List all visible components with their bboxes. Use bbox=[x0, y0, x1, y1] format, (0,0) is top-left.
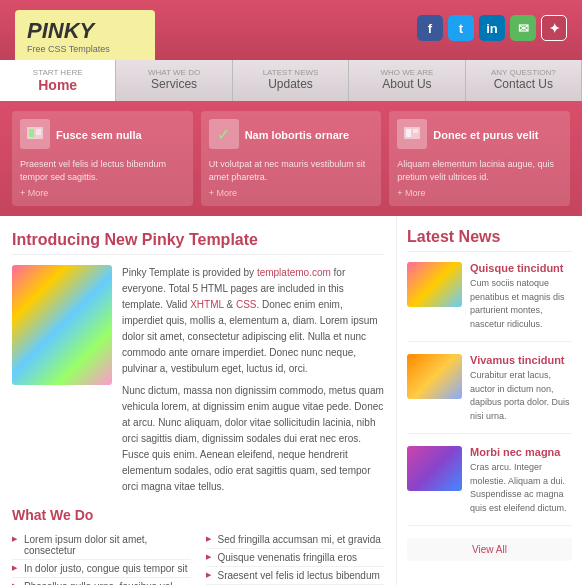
css-link[interactable]: CSS bbox=[236, 299, 257, 310]
news-thumb-1 bbox=[407, 262, 462, 307]
nav-services-small: WHAT WE DO bbox=[130, 68, 217, 77]
feature-title-3: Donec et purus velit bbox=[433, 129, 538, 141]
features-section: Fusce sem nulla Praesent vel felis id le… bbox=[0, 101, 582, 216]
view-all-button[interactable]: View All bbox=[407, 538, 572, 561]
whatwedo-item-6: Sraesent vel felis id lectus bibendum bbox=[206, 567, 385, 585]
svg-rect-1 bbox=[29, 129, 34, 137]
feature-desc-3: Aliquam elementum lacinia augue, quis pr… bbox=[397, 158, 562, 183]
whatwedo-item-2: In dolor justo, congue quis tempor sit bbox=[12, 560, 191, 578]
nav-about[interactable]: WHO WE ARE About Us bbox=[349, 60, 465, 101]
navigation: START HERE Home WHAT WE DO Services LATE… bbox=[0, 60, 582, 101]
news-title: Latest News bbox=[407, 228, 572, 252]
news-desc-2: Curabitur erat lacus, auctor in dictum n… bbox=[470, 369, 572, 423]
feature-icon-2: ✓ bbox=[209, 119, 239, 149]
nav-updates-main: Updates bbox=[247, 77, 334, 91]
linkedin-icon[interactable]: in bbox=[479, 15, 505, 41]
logo-sub: Free CSS Templates bbox=[27, 44, 143, 54]
news-content-3: Morbi nec magna Cras arcu. Integer moles… bbox=[470, 446, 572, 515]
content-right: Latest News Quisque tincidunt Cum sociis… bbox=[397, 216, 582, 585]
news-desc-1: Cum sociis natoque penatibus et magnis d… bbox=[470, 277, 572, 331]
feature-box-1: Fusce sem nulla Praesent vel felis id le… bbox=[12, 111, 193, 206]
rss-icon[interactable]: ✦ bbox=[541, 15, 567, 41]
news-title-2[interactable]: Vivamus tincidunt bbox=[470, 354, 572, 366]
news-content-2: Vivamus tincidunt Curabitur erat lacus, … bbox=[470, 354, 572, 423]
nav-contact-small: ANY QUESTION? bbox=[480, 68, 567, 77]
logo-text: PINKY bbox=[27, 18, 143, 44]
news-item-2: Vivamus tincidunt Curabitur erat lacus, … bbox=[407, 354, 572, 434]
nav-about-small: WHO WE ARE bbox=[363, 68, 450, 77]
nav-home-main: Home bbox=[14, 77, 101, 93]
feature-icon-1 bbox=[20, 119, 50, 149]
logo-area: PINKY Free CSS Templates bbox=[15, 10, 155, 60]
news-thumb-2 bbox=[407, 354, 462, 399]
whatwedo-cols: Lorem ipsum dolor sit amet, consectetur … bbox=[12, 531, 384, 585]
content-left: Introducing New Pinky Template Pinky Tem… bbox=[0, 216, 397, 585]
feature-desc-1: Praesent vel felis id lectus bibendum te… bbox=[20, 158, 185, 183]
nav-home[interactable]: START HERE Home bbox=[0, 60, 116, 101]
feature-more-2[interactable]: + More bbox=[209, 188, 374, 198]
nav-contact-main: Contact Us bbox=[480, 77, 567, 91]
nav-updates[interactable]: LATEST NEWS Updates bbox=[233, 60, 349, 101]
templatemo-link[interactable]: templatemo.com bbox=[257, 267, 331, 278]
whatwedo-col-1: Lorem ipsum dolor sit amet, consectetur … bbox=[12, 531, 191, 585]
facebook-icon[interactable]: f bbox=[417, 15, 443, 41]
feature-desc-2: Ut volutpat at nec mauris vestibulum sit… bbox=[209, 158, 374, 183]
intro-text: Pinky Template is provided by templatemo… bbox=[122, 265, 384, 495]
whatwedo-item-5: Quisque venenatis fringilla eros bbox=[206, 549, 385, 567]
nav-services[interactable]: WHAT WE DO Services bbox=[116, 60, 232, 101]
nav-services-main: Services bbox=[130, 77, 217, 91]
nav-contact[interactable]: ANY QUESTION? Contact Us bbox=[466, 60, 582, 101]
twitter-icon[interactable]: t bbox=[448, 15, 474, 41]
header: PINKY Free CSS Templates f t in ✉ ✦ bbox=[0, 0, 582, 60]
xhtml-link[interactable]: XHTML bbox=[190, 299, 224, 310]
svg-rect-6 bbox=[406, 129, 411, 137]
news-content-1: Quisque tincidunt Cum sociis natoque pen… bbox=[470, 262, 572, 331]
news-thumb-3 bbox=[407, 446, 462, 491]
nav-updates-small: LATEST NEWS bbox=[247, 68, 334, 77]
feature-title-2: Nam lobortis ornare bbox=[245, 129, 350, 141]
feature-icon-3 bbox=[397, 119, 427, 149]
news-title-1[interactable]: Quisque tincidunt bbox=[470, 262, 572, 274]
intro-area: Pinky Template is provided by templatemo… bbox=[12, 265, 384, 495]
feature-more-3[interactable]: + More bbox=[397, 188, 562, 198]
news-desc-3: Cras arcu. Integer molestie. Aliquam a d… bbox=[470, 461, 572, 515]
news-item-3: Morbi nec magna Cras arcu. Integer moles… bbox=[407, 446, 572, 526]
main-content: Introducing New Pinky Template Pinky Tem… bbox=[0, 216, 582, 585]
feature-title-1: Fusce sem nulla bbox=[56, 129, 142, 141]
intro-title: Introducing New Pinky Template bbox=[12, 231, 384, 255]
nav-home-small: START HERE bbox=[14, 68, 101, 77]
intro-image bbox=[12, 265, 112, 385]
whatwedo-col-2: Sed fringilla accumsan mi, et gravida Qu… bbox=[206, 531, 385, 585]
whatwedo-title: What We Do bbox=[12, 507, 384, 523]
whatwedo-item-1: Lorem ipsum dolor sit amet, consectetur bbox=[12, 531, 191, 560]
message-icon[interactable]: ✉ bbox=[510, 15, 536, 41]
feature-box-3: Donec et purus velit Aliquam elementum l… bbox=[389, 111, 570, 206]
feature-more-1[interactable]: + More bbox=[20, 188, 185, 198]
news-title-3[interactable]: Morbi nec magna bbox=[470, 446, 572, 458]
news-item-1: Quisque tincidunt Cum sociis natoque pen… bbox=[407, 262, 572, 342]
feature-box-2: ✓ Nam lobortis ornare Ut volutpat at nec… bbox=[201, 111, 382, 206]
whatwedo-item-3: Phasellus nulla urna, faucibus vel sagit… bbox=[12, 578, 191, 585]
social-icons: f t in ✉ ✦ bbox=[417, 10, 567, 41]
nav-about-main: About Us bbox=[363, 77, 450, 91]
whatwedo-item-4: Sed fringilla accumsan mi, et gravida bbox=[206, 531, 385, 549]
